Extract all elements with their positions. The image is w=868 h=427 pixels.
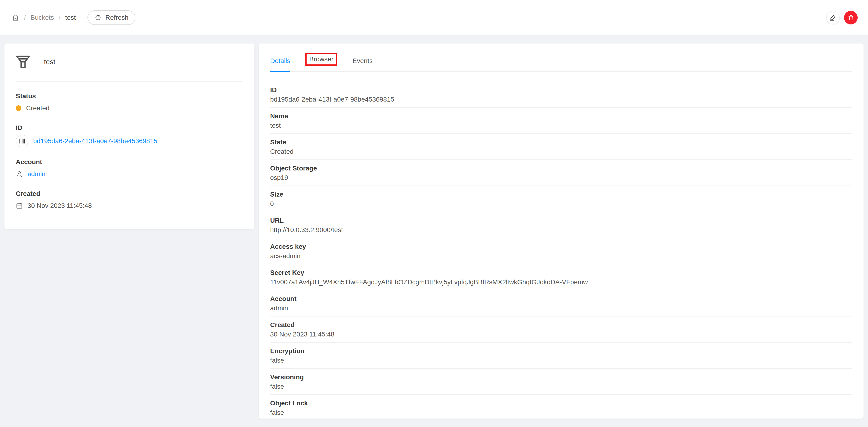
detail-panel: Details Browser Events IDbd195da6-2eba-4… xyxy=(259,43,864,419)
tab-events-label: Events xyxy=(352,57,373,64)
detail-value: admin xyxy=(270,304,852,313)
refresh-icon xyxy=(94,14,101,21)
breadcrumb-separator: / xyxy=(59,14,60,21)
detail-label: Object Storage xyxy=(270,164,852,173)
detail-row: Created30 Nov 2023 11:45:48 xyxy=(270,316,852,343)
tab-browser[interactable]: Browser xyxy=(305,53,338,71)
annotation-box: Browser xyxy=(305,53,338,66)
pencil-icon xyxy=(830,14,837,21)
app-header: / Buckets / test Refresh xyxy=(0,0,868,35)
refresh-button[interactable]: Refresh xyxy=(88,10,135,25)
detail-label: State xyxy=(270,138,852,147)
breadcrumb-item-current: test xyxy=(65,14,76,21)
detail-row: Nametest xyxy=(270,108,852,134)
detail-value: http://10.0.33.2:9000/test xyxy=(270,225,852,235)
detail-row: Encryptionfalse xyxy=(270,343,852,369)
detail-label: Encryption xyxy=(270,346,852,356)
created-value: 30 Nov 2023 11:45:48 xyxy=(28,202,92,210)
trash-icon xyxy=(847,14,854,21)
tab-bar: Details Browser Events xyxy=(270,43,852,72)
breadcrumb: / Buckets / test Refresh xyxy=(12,10,135,25)
detail-value: Created xyxy=(270,147,852,156)
tab-browser-label: Browser xyxy=(309,56,334,63)
detail-value: acs-admin xyxy=(270,251,852,261)
created-section: Created 30 Nov 2023 11:45:48 xyxy=(16,189,243,211)
details-list: IDbd195da6-2eba-413f-a0e7-98be45369815Na… xyxy=(270,72,852,420)
detail-row: IDbd195da6-2eba-413f-a0e7-98be45369815 xyxy=(270,82,852,108)
delete-button[interactable] xyxy=(844,11,858,25)
detail-value: 11v007a1Av4jJH_W4Xh5TfwFFAgoJyAf8LbOZDcg… xyxy=(270,277,852,287)
detail-label: Access key xyxy=(270,242,852,251)
refresh-label: Refresh xyxy=(105,14,128,21)
barcode-icon[interactable] xyxy=(16,135,28,147)
breadcrumb-item-buckets[interactable]: Buckets xyxy=(31,14,54,21)
detail-value: test xyxy=(270,121,852,130)
detail-label: ID xyxy=(270,85,852,95)
account-link[interactable]: admin xyxy=(28,170,45,178)
status-section: Status Created xyxy=(16,91,243,113)
detail-value: false xyxy=(270,382,852,391)
detail-label: Object Lock xyxy=(270,399,852,408)
id-label: ID xyxy=(16,123,243,132)
detail-label: Name xyxy=(270,112,852,121)
detail-row: Object Lockfalse xyxy=(270,395,852,420)
bucket-funnel-icon xyxy=(16,55,30,68)
breadcrumb-separator: / xyxy=(24,14,26,21)
resource-head: test xyxy=(16,55,243,68)
detail-label: Size xyxy=(270,190,852,199)
detail-label: Account xyxy=(270,294,852,304)
detail-row: Size0 xyxy=(270,186,852,212)
tab-details-label: Details xyxy=(270,57,290,64)
detail-row: Object Storageosp19 xyxy=(270,160,852,186)
id-link[interactable]: bd195da6-2eba-413f-a0e7-98be45369815 xyxy=(33,137,157,145)
detail-label: Secret Key xyxy=(270,268,852,277)
detail-row: URLhttp://10.0.33.2:9000/test xyxy=(270,212,852,238)
status-dot xyxy=(16,105,21,111)
id-section: ID bd195da6-2eba-413f-a0e7-98be45369815 xyxy=(16,123,243,147)
resource-title: test xyxy=(44,58,55,66)
user-icon xyxy=(16,171,23,178)
account-section: Account admin xyxy=(16,157,243,179)
calendar-icon xyxy=(16,202,23,209)
home-icon[interactable] xyxy=(12,14,19,21)
detail-value: 30 Nov 2023 11:45:48 xyxy=(270,330,852,339)
tab-details[interactable]: Details xyxy=(270,56,290,71)
detail-row: StateCreated xyxy=(270,134,852,160)
detail-row: Access keyacs-admin xyxy=(270,238,852,264)
detail-row: Secret Key11v007a1Av4jJH_W4Xh5TfwFFAgoJy… xyxy=(270,264,852,291)
detail-label: URL xyxy=(270,216,852,225)
detail-row: Versioningfalse xyxy=(270,369,852,395)
detail-value: false xyxy=(270,356,852,365)
detail-value: osp19 xyxy=(270,173,852,182)
detail-value: false xyxy=(270,408,852,417)
detail-row: Accountadmin xyxy=(270,291,852,316)
status-value: Created xyxy=(26,104,50,112)
edit-button[interactable] xyxy=(826,11,840,25)
info-card: test Status Created ID bd195da6 xyxy=(4,43,254,229)
divider xyxy=(16,81,243,82)
detail-label: Created xyxy=(270,320,852,330)
detail-label: Versioning xyxy=(270,372,852,382)
status-label: Status xyxy=(16,91,243,101)
detail-value: 0 xyxy=(270,199,852,209)
header-actions xyxy=(826,11,858,25)
detail-value: bd195da6-2eba-413f-a0e7-98be45369815 xyxy=(270,95,852,104)
account-label: Account xyxy=(16,157,243,167)
tab-events[interactable]: Events xyxy=(352,56,373,71)
created-label: Created xyxy=(16,189,243,199)
